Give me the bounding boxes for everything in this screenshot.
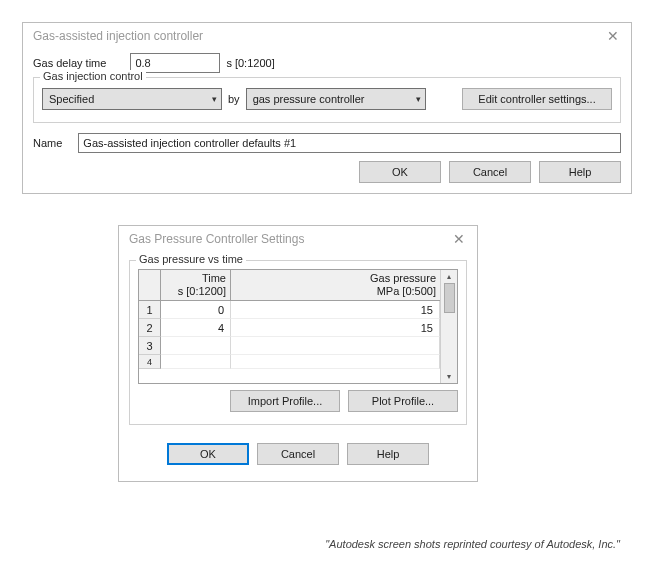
table-row[interactable]: 2 4 15	[139, 319, 440, 337]
name-label: Name	[33, 137, 62, 149]
gas-delay-label: Gas delay time	[33, 57, 106, 69]
pressure-time-grid[interactable]: Time s [0:1200] Gas pressure MPa [0:500]…	[138, 269, 458, 384]
chevron-down-icon: ▾	[416, 94, 421, 104]
cancel-button[interactable]: Cancel	[449, 161, 531, 183]
cell-time[interactable]: 0	[161, 301, 231, 319]
close-icon[interactable]: ✕	[603, 29, 623, 43]
cell-pressure[interactable]: 15	[231, 319, 440, 337]
gas-delay-unit: s [0:1200]	[226, 57, 274, 69]
dialog1-title: Gas-assisted injection controller	[33, 29, 203, 43]
scroll-up-icon[interactable]: ▴	[447, 272, 451, 281]
scroll-thumb[interactable]	[444, 283, 455, 313]
vertical-scrollbar[interactable]: ▴ ▾	[440, 270, 457, 383]
cell-time[interactable]	[161, 337, 231, 355]
name-input[interactable]: Gas-assisted injection controller defaul…	[78, 133, 621, 153]
row-header-blank	[139, 270, 161, 300]
table-row[interactable]: 4	[139, 355, 440, 369]
row-number: 4	[139, 355, 161, 369]
close-icon[interactable]: ✕	[449, 232, 469, 246]
table-row[interactable]: 1 0 15	[139, 301, 440, 319]
column-header-pressure: Gas pressure MPa [0:500]	[231, 270, 440, 300]
gas-assisted-injection-dialog: Gas-assisted injection controller ✕ Gas …	[22, 22, 632, 194]
scroll-down-icon[interactable]: ▾	[447, 372, 451, 381]
by-label: by	[228, 93, 240, 105]
import-profile-button[interactable]: Import Profile...	[230, 390, 340, 412]
column-header-time: Time s [0:1200]	[161, 270, 231, 300]
edit-controller-settings-button[interactable]: Edit controller settings...	[462, 88, 612, 110]
row-number: 1	[139, 301, 161, 319]
help-button[interactable]: Help	[347, 443, 429, 465]
cell-time[interactable]	[161, 355, 231, 369]
dialog1-titlebar: Gas-assisted injection controller ✕	[23, 23, 631, 49]
cancel-button[interactable]: Cancel	[257, 443, 339, 465]
gas-pressure-controller-settings-dialog: Gas Pressure Controller Settings ✕ Gas p…	[118, 225, 478, 482]
gas-pressure-vs-time-group: Gas pressure vs time Time s [0:1200] Gas…	[129, 260, 467, 425]
by-select[interactable]: gas pressure controller ▾	[246, 88, 426, 110]
cell-time[interactable]: 4	[161, 319, 231, 337]
credit-text: "Autodesk screen shots reprinted courtes…	[325, 538, 620, 550]
ok-button[interactable]: OK	[167, 443, 249, 465]
plot-profile-button[interactable]: Plot Profile...	[348, 390, 458, 412]
method-select-value: Specified	[49, 93, 94, 105]
ok-button[interactable]: OK	[359, 161, 441, 183]
group-title: Gas pressure vs time	[136, 253, 246, 265]
chevron-down-icon: ▾	[212, 94, 217, 104]
cell-pressure[interactable]: 15	[231, 301, 440, 319]
cell-pressure[interactable]	[231, 355, 440, 369]
gas-injection-control-group: Gas injection control Specified ▾ by gas…	[33, 77, 621, 123]
group-title: Gas injection control	[40, 70, 146, 82]
by-select-value: gas pressure controller	[253, 93, 365, 105]
row-number: 2	[139, 319, 161, 337]
method-select[interactable]: Specified ▾	[42, 88, 222, 110]
help-button[interactable]: Help	[539, 161, 621, 183]
row-number: 3	[139, 337, 161, 355]
dialog2-titlebar: Gas Pressure Controller Settings ✕	[119, 226, 477, 252]
dialog2-title: Gas Pressure Controller Settings	[129, 232, 304, 246]
cell-pressure[interactable]	[231, 337, 440, 355]
table-row[interactable]: 3	[139, 337, 440, 355]
